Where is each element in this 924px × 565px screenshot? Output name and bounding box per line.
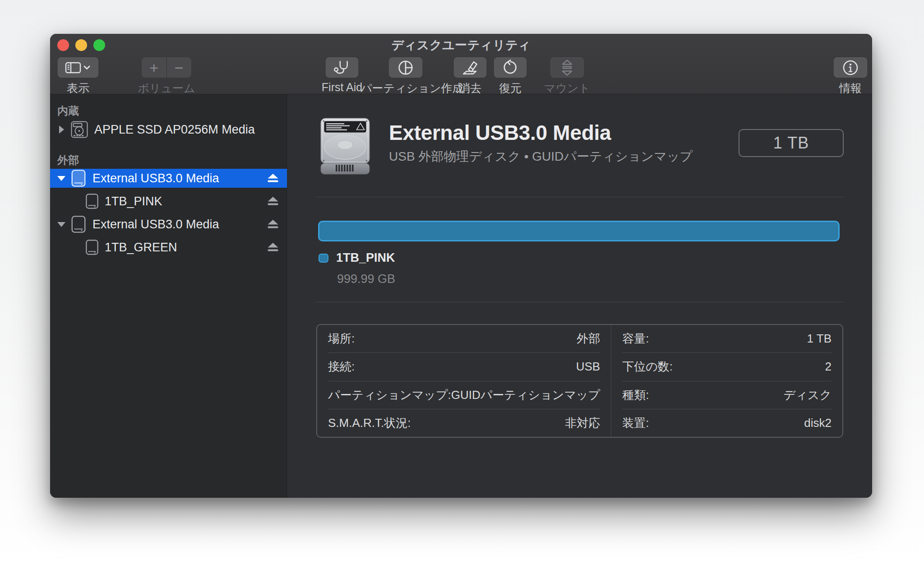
- restore-arrow-icon: [502, 60, 518, 76]
- sidebar-item-label: 1TB_PINK: [105, 195, 162, 208]
- disclosure-expanded-icon[interactable]: [57, 222, 65, 227]
- restore-label: 復元: [488, 81, 533, 96]
- detail-label: 容量:: [622, 331, 649, 347]
- internal-disk-icon: [70, 120, 89, 139]
- detail-value: ディスク: [784, 387, 832, 403]
- disclosure-collapsed-icon[interactable]: [59, 125, 64, 134]
- hard-disk-icon: [319, 116, 372, 176]
- detail-label: 接続:: [328, 359, 355, 375]
- info-label: 情報: [828, 81, 872, 96]
- volume-icon: [85, 193, 99, 209]
- eject-icon[interactable]: [267, 196, 279, 206]
- sidebar-item-internal-disk[interactable]: APPLE SSD AP0256M Media: [50, 120, 287, 139]
- external-disk-icon: [70, 215, 87, 233]
- first-aid-button[interactable]: [326, 57, 358, 78]
- sidebar-item-volume-green[interactable]: 1TB_GREEN: [50, 238, 287, 257]
- partition-bar[interactable]: [318, 221, 840, 241]
- sidebar: 内蔵 APPLE SSD AP0256M Media 外部: [50, 94, 287, 498]
- detail-value: 1 TB: [807, 332, 832, 346]
- device-title: External USB3.0 Media: [389, 120, 611, 145]
- eraser-icon: [462, 60, 478, 76]
- detail-label: パーティションマップ:: [328, 387, 451, 403]
- detail-label: 種類:: [622, 387, 649, 403]
- volume-icon: [85, 239, 99, 255]
- details-table: 場所: 外部 接続: USB パーティションマップ: GUIDパーティションマッ…: [316, 324, 843, 438]
- volume-tool: + − ボリューム: [137, 57, 196, 96]
- external-disk-icon: [70, 169, 87, 187]
- table-row: 場所: 外部: [328, 325, 600, 352]
- detail-value: disk2: [804, 416, 832, 430]
- detail-value: 2: [825, 360, 832, 374]
- sidebar-item-volume-pink[interactable]: 1TB_PINK: [50, 192, 287, 211]
- screen: ディスクユーティリティ 表示 +: [0, 0, 924, 565]
- divider: [316, 197, 844, 197]
- volume-segment: + −: [142, 57, 191, 78]
- eject-icon[interactable]: [267, 173, 279, 183]
- partition-pie-icon: [397, 60, 414, 76]
- detail-label: 下位の数:: [622, 359, 673, 375]
- detail-value: GUIDパーティションマップ: [451, 387, 600, 403]
- detail-value: 外部: [577, 331, 600, 347]
- sidebar-item-label: APPLE SSD AP0256M Media: [94, 123, 255, 137]
- add-volume-button[interactable]: +: [142, 57, 167, 78]
- volume-label: ボリューム: [137, 81, 196, 96]
- sidebar-item-label: External USB3.0 Media: [92, 171, 219, 185]
- partition-button[interactable]: [389, 57, 422, 78]
- sidebar-layout-icon: [65, 61, 91, 74]
- sidebar-item-label: External USB3.0 Media: [92, 218, 219, 232]
- divider: [316, 302, 844, 302]
- detail-value: USB: [576, 360, 600, 374]
- table-row: 接続: USB: [328, 352, 600, 380]
- mount-button[interactable]: [550, 57, 584, 78]
- erase-button[interactable]: [454, 57, 486, 78]
- detail-value: 非対応: [565, 415, 600, 431]
- view-tool: 表示: [55, 57, 101, 96]
- capacity-badge: 1 TB: [739, 129, 844, 157]
- details-right-column: 容量: 1 TB 下位の数: 2 種類: ディスク 装置: disk2: [611, 325, 842, 437]
- erase-label: 消去: [448, 81, 493, 96]
- table-row: 種類: ディスク: [622, 381, 832, 409]
- partition-legend-swatch: [319, 254, 328, 263]
- main-pane: External USB3.0 Media USB 外部物理ディスク • GUI…: [287, 94, 872, 498]
- partition-tool: パーティション作成: [360, 57, 451, 96]
- view-button[interactable]: [58, 57, 98, 78]
- sidebar-item-external-disk-1[interactable]: External USB3.0 Media: [50, 169, 287, 188]
- detail-label: 場所:: [328, 331, 355, 347]
- info-button[interactable]: [834, 57, 867, 78]
- table-row: 容量: 1 TB: [622, 325, 832, 352]
- sidebar-item-external-disk-2[interactable]: External USB3.0 Media: [50, 215, 287, 234]
- table-row: 装置: disk2: [622, 409, 832, 437]
- titlebar-toolbar: ディスクユーティリティ 表示 +: [50, 34, 872, 94]
- table-row: 下位の数: 2: [622, 352, 832, 380]
- details-left-column: 場所: 外部 接続: USB パーティションマップ: GUIDパーティションマッ…: [317, 325, 611, 437]
- remove-volume-button[interactable]: −: [167, 57, 192, 78]
- disk-utility-window: ディスクユーティリティ 表示 +: [50, 34, 872, 498]
- disclosure-expanded-icon[interactable]: [57, 176, 65, 181]
- table-row: パーティションマップ: GUIDパーティションマップ: [328, 381, 600, 409]
- sidebar-item-label: 1TB_GREEN: [105, 241, 177, 255]
- info-tool: 情報: [828, 57, 872, 96]
- restore-tool: 復元: [488, 57, 533, 96]
- partition-name: 1TB_PINK: [336, 251, 395, 265]
- info-icon: [842, 59, 859, 76]
- eject-icon[interactable]: [267, 219, 279, 229]
- view-label: 表示: [55, 81, 101, 96]
- mount-icon: [560, 59, 574, 76]
- stethoscope-icon: [333, 60, 351, 75]
- detail-label: S.M.A.R.T.状況:: [328, 415, 411, 431]
- mount-tool: マウント: [536, 57, 599, 96]
- mount-label: マウント: [536, 81, 599, 96]
- partition-label: パーティション作成: [360, 81, 451, 96]
- device-subtitle: USB 外部物理ディスク • GUIDパーティションマップ: [389, 148, 693, 165]
- window-title: ディスクユーティリティ: [50, 38, 872, 52]
- sidebar-section-external: 外部: [57, 153, 79, 167]
- restore-button[interactable]: [494, 57, 527, 78]
- detail-label: 装置:: [622, 415, 649, 431]
- partition-size: 999.99 GB: [337, 272, 395, 286]
- sidebar-section-internal: 内蔵: [57, 104, 79, 118]
- eject-icon[interactable]: [267, 242, 279, 252]
- erase-tool: 消去: [448, 57, 493, 96]
- table-row: S.M.A.R.T.状況: 非対応: [328, 409, 600, 437]
